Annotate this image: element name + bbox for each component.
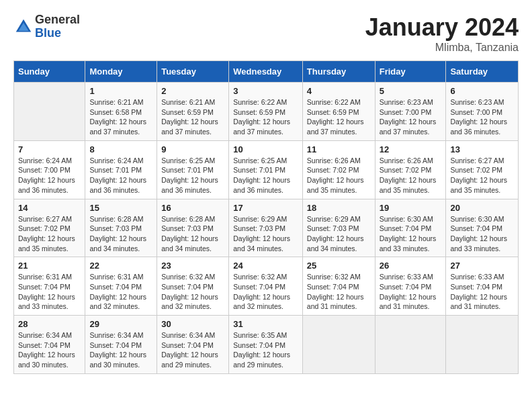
day-number: 15 xyxy=(89,203,152,213)
calendar-cell: 17Sunrise: 6:29 AM Sunset: 7:03 PM Dayli… xyxy=(229,199,303,257)
logo-text: General Blue xyxy=(35,13,80,40)
day-number: 28 xyxy=(18,319,81,329)
calendar-cell: 8Sunrise: 6:24 AM Sunset: 7:01 PM Daylig… xyxy=(85,140,157,199)
day-number: 31 xyxy=(233,319,298,329)
logo-general: General xyxy=(35,13,80,27)
day-number: 1 xyxy=(89,86,152,96)
day-info: Sunrise: 6:31 AM Sunset: 7:04 PM Dayligh… xyxy=(18,272,81,312)
calendar-cell: 30Sunrise: 6:34 AM Sunset: 7:04 PM Dayli… xyxy=(157,316,229,374)
logo: General Blue xyxy=(13,13,80,40)
day-info: Sunrise: 6:25 AM Sunset: 7:01 PM Dayligh… xyxy=(233,156,298,195)
day-info: Sunrise: 6:26 AM Sunset: 7:02 PM Dayligh… xyxy=(307,156,371,195)
calendar-cell: 27Sunrise: 6:33 AM Sunset: 7:04 PM Dayli… xyxy=(446,257,519,316)
calendar-cell: 22Sunrise: 6:31 AM Sunset: 7:04 PM Dayli… xyxy=(85,257,157,316)
day-number: 2 xyxy=(161,86,224,96)
calendar-cell xyxy=(446,316,519,374)
calendar-cell: 13Sunrise: 6:27 AM Sunset: 7:02 PM Dayli… xyxy=(446,140,519,199)
day-info: Sunrise: 6:25 AM Sunset: 7:01 PM Dayligh… xyxy=(161,156,224,195)
calendar-cell: 25Sunrise: 6:32 AM Sunset: 7:04 PM Dayli… xyxy=(302,257,375,316)
day-number: 21 xyxy=(18,261,81,271)
logo-blue: Blue xyxy=(35,27,80,40)
day-number: 12 xyxy=(380,144,442,154)
col-wednesday: Wednesday xyxy=(229,61,303,83)
calendar-cell: 10Sunrise: 6:25 AM Sunset: 7:01 PM Dayli… xyxy=(229,140,303,199)
day-info: Sunrise: 6:29 AM Sunset: 7:03 PM Dayligh… xyxy=(307,214,371,254)
day-info: Sunrise: 6:32 AM Sunset: 7:04 PM Dayligh… xyxy=(233,272,298,312)
day-info: Sunrise: 6:28 AM Sunset: 7:03 PM Dayligh… xyxy=(89,214,152,254)
calendar-cell: 29Sunrise: 6:34 AM Sunset: 7:04 PM Dayli… xyxy=(85,316,157,374)
col-tuesday: Tuesday xyxy=(157,61,229,83)
calendar-cell: 3Sunrise: 6:22 AM Sunset: 6:59 PM Daylig… xyxy=(229,83,303,141)
day-info: Sunrise: 6:24 AM Sunset: 7:01 PM Dayligh… xyxy=(89,156,152,195)
logo-icon xyxy=(13,17,34,37)
calendar-week-5: 28Sunrise: 6:34 AM Sunset: 7:04 PM Dayli… xyxy=(14,316,519,374)
calendar-cell: 5Sunrise: 6:23 AM Sunset: 7:00 PM Daylig… xyxy=(375,83,446,141)
page-header: General Blue January 2024 Mlimba, Tanzan… xyxy=(13,13,519,54)
col-saturday: Saturday xyxy=(446,61,519,83)
calendar-cell: 11Sunrise: 6:26 AM Sunset: 7:02 PM Dayli… xyxy=(302,140,375,199)
col-sunday: Sunday xyxy=(14,61,85,83)
day-number: 6 xyxy=(450,86,514,96)
day-info: Sunrise: 6:30 AM Sunset: 7:04 PM Dayligh… xyxy=(450,214,514,254)
calendar-cell: 21Sunrise: 6:31 AM Sunset: 7:04 PM Dayli… xyxy=(14,257,85,316)
calendar-cell: 15Sunrise: 6:28 AM Sunset: 7:03 PM Dayli… xyxy=(85,199,157,257)
day-info: Sunrise: 6:35 AM Sunset: 7:04 PM Dayligh… xyxy=(233,330,298,370)
location-subtitle: Mlimba, Tanzania xyxy=(365,42,519,54)
calendar-cell xyxy=(302,316,375,374)
calendar-cell: 2Sunrise: 6:21 AM Sunset: 6:59 PM Daylig… xyxy=(157,83,229,141)
day-number: 20 xyxy=(450,203,514,213)
day-info: Sunrise: 6:30 AM Sunset: 7:04 PM Dayligh… xyxy=(380,214,442,254)
day-number: 18 xyxy=(307,203,371,213)
calendar-cell: 12Sunrise: 6:26 AM Sunset: 7:02 PM Dayli… xyxy=(375,140,446,199)
day-info: Sunrise: 6:34 AM Sunset: 7:04 PM Dayligh… xyxy=(18,330,81,370)
day-info: Sunrise: 6:27 AM Sunset: 7:02 PM Dayligh… xyxy=(18,214,81,254)
calendar-cell: 7Sunrise: 6:24 AM Sunset: 7:00 PM Daylig… xyxy=(14,140,85,199)
calendar-cell: 18Sunrise: 6:29 AM Sunset: 7:03 PM Dayli… xyxy=(302,199,375,257)
day-number: 3 xyxy=(233,86,298,96)
day-info: Sunrise: 6:22 AM Sunset: 6:59 PM Dayligh… xyxy=(233,97,298,137)
day-info: Sunrise: 6:26 AM Sunset: 7:02 PM Dayligh… xyxy=(380,156,442,195)
day-info: Sunrise: 6:31 AM Sunset: 7:04 PM Dayligh… xyxy=(89,272,152,312)
day-number: 10 xyxy=(233,144,298,154)
day-info: Sunrise: 6:34 AM Sunset: 7:04 PM Dayligh… xyxy=(161,330,224,370)
day-info: Sunrise: 6:34 AM Sunset: 7:04 PM Dayligh… xyxy=(89,330,152,370)
calendar-week-2: 7Sunrise: 6:24 AM Sunset: 7:00 PM Daylig… xyxy=(14,140,519,199)
day-number: 22 xyxy=(89,261,152,271)
day-info: Sunrise: 6:28 AM Sunset: 7:03 PM Dayligh… xyxy=(161,214,224,254)
day-number: 19 xyxy=(380,203,442,213)
calendar-cell xyxy=(14,83,85,141)
calendar-cell: 26Sunrise: 6:33 AM Sunset: 7:04 PM Dayli… xyxy=(375,257,446,316)
col-monday: Monday xyxy=(85,61,157,83)
day-number: 17 xyxy=(233,203,298,213)
day-info: Sunrise: 6:21 AM Sunset: 6:58 PM Dayligh… xyxy=(89,97,152,137)
day-number: 16 xyxy=(161,203,224,213)
calendar-header: Sunday Monday Tuesday Wednesday Thursday… xyxy=(14,61,519,83)
day-number: 9 xyxy=(161,144,224,154)
calendar-cell: 14Sunrise: 6:27 AM Sunset: 7:02 PM Dayli… xyxy=(14,199,85,257)
day-number: 11 xyxy=(307,144,371,154)
col-thursday: Thursday xyxy=(302,61,375,83)
calendar-week-3: 14Sunrise: 6:27 AM Sunset: 7:02 PM Dayli… xyxy=(14,199,519,257)
day-info: Sunrise: 6:27 AM Sunset: 7:02 PM Dayligh… xyxy=(450,156,514,195)
day-info: Sunrise: 6:21 AM Sunset: 6:59 PM Dayligh… xyxy=(161,97,224,137)
day-number: 23 xyxy=(161,261,224,271)
day-info: Sunrise: 6:32 AM Sunset: 7:04 PM Dayligh… xyxy=(307,272,371,312)
calendar-cell: 31Sunrise: 6:35 AM Sunset: 7:04 PM Dayli… xyxy=(229,316,303,374)
calendar-table: Sunday Monday Tuesday Wednesday Thursday… xyxy=(13,60,519,374)
day-info: Sunrise: 6:24 AM Sunset: 7:00 PM Dayligh… xyxy=(18,156,81,195)
day-number: 14 xyxy=(18,203,81,213)
day-number: 26 xyxy=(380,261,442,271)
day-number: 29 xyxy=(89,319,152,329)
calendar-cell: 9Sunrise: 6:25 AM Sunset: 7:01 PM Daylig… xyxy=(157,140,229,199)
day-number: 13 xyxy=(450,144,514,154)
header-row: Sunday Monday Tuesday Wednesday Thursday… xyxy=(14,61,519,83)
day-info: Sunrise: 6:22 AM Sunset: 6:59 PM Dayligh… xyxy=(307,97,371,137)
day-number: 5 xyxy=(380,86,442,96)
calendar-week-4: 21Sunrise: 6:31 AM Sunset: 7:04 PM Dayli… xyxy=(14,257,519,316)
calendar-cell: 1Sunrise: 6:21 AM Sunset: 6:58 PM Daylig… xyxy=(85,83,157,141)
calendar-cell: 23Sunrise: 6:32 AM Sunset: 7:04 PM Dayli… xyxy=(157,257,229,316)
day-number: 25 xyxy=(307,261,371,271)
day-number: 7 xyxy=(18,144,81,154)
calendar-body: 1Sunrise: 6:21 AM Sunset: 6:58 PM Daylig… xyxy=(14,83,519,374)
calendar-cell: 19Sunrise: 6:30 AM Sunset: 7:04 PM Dayli… xyxy=(375,199,446,257)
